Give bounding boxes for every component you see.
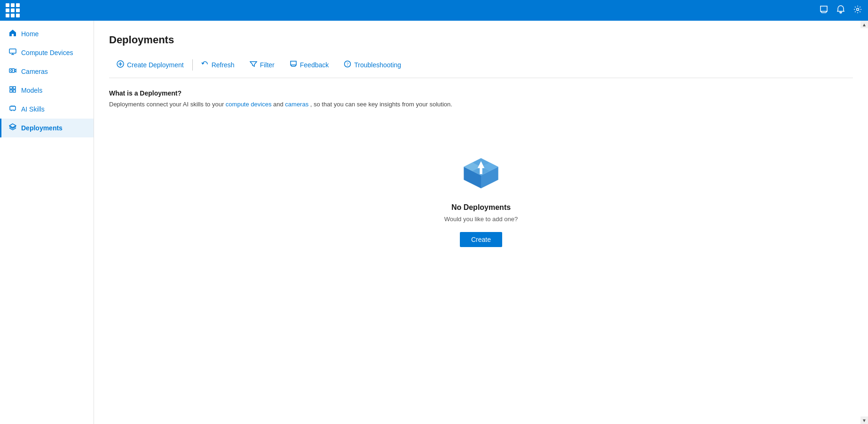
refresh-button[interactable]: Refresh	[194, 57, 242, 72]
sidebar-item-ai-skills[interactable]: AI Skills	[0, 100, 94, 119]
empty-state-title: No Deployments	[451, 203, 511, 212]
svg-rect-8	[10, 90, 12, 92]
deployment-box-illustration	[455, 143, 507, 195]
layout: Home Compute Devices Cameras Models AI S…	[0, 21, 868, 424]
topbar	[0, 0, 868, 21]
svg-rect-1	[9, 49, 16, 53]
info-section: What is a Deployment? Deployments connec…	[109, 89, 853, 109]
create-deployment-label: Create Deployment	[127, 61, 184, 69]
compute-devices-icon	[9, 48, 16, 57]
sidebar-item-compute-devices[interactable]: Compute Devices	[0, 43, 94, 62]
info-description: Deployments connect your AI skills to yo…	[109, 100, 853, 109]
topbar-left	[6, 3, 20, 17]
empty-state-subtitle: Would you like to add one?	[444, 216, 518, 223]
svg-rect-4	[9, 69, 15, 72]
create-deployment-button[interactable]: Create Deployment	[109, 57, 191, 72]
refresh-label: Refresh	[212, 61, 235, 69]
feedback-button[interactable]: Feedback	[282, 57, 336, 72]
models-icon	[9, 86, 16, 95]
troubleshooting-label: Troubleshooting	[354, 61, 401, 69]
scroll-arrow-bottom[interactable]: ▼	[860, 416, 868, 424]
troubleshooting-button[interactable]: ? Troubleshooting	[336, 57, 409, 72]
notifications-icon[interactable]	[836, 5, 845, 16]
sidebar-item-cameras[interactable]: Cameras	[0, 62, 94, 81]
sidebar-item-home-label: Home	[21, 30, 39, 38]
sidebar-item-models[interactable]: Models	[0, 81, 94, 100]
feedback-label: Feedback	[300, 61, 329, 69]
filter-icon	[250, 60, 257, 69]
refresh-icon	[201, 60, 209, 69]
svg-point-0	[857, 8, 859, 10]
info-title: What is a Deployment?	[109, 89, 853, 97]
ai-skills-icon	[9, 104, 16, 114]
empty-state: No Deployments Would you like to add one…	[109, 124, 853, 266]
toolbar-divider-1	[192, 59, 193, 71]
topbar-right	[819, 5, 862, 16]
sidebar-item-compute-devices-label: Compute Devices	[21, 49, 73, 56]
home-icon	[9, 29, 16, 39]
settings-icon[interactable]	[853, 5, 862, 16]
svg-rect-2	[11, 54, 14, 55]
troubleshooting-icon: ?	[344, 60, 351, 69]
scroll-arrow-top[interactable]: ▲	[860, 21, 868, 28]
sidebar-item-home[interactable]: Home	[0, 24, 94, 43]
svg-rect-9	[13, 90, 16, 92]
create-deployment-icon	[117, 60, 124, 69]
sidebar-item-deployments-label: Deployments	[21, 124, 63, 132]
feedback-toolbar-icon	[290, 60, 297, 69]
sidebar-item-deployments[interactable]: Deployments	[0, 119, 94, 137]
deployments-icon	[9, 123, 16, 133]
sidebar-item-ai-skills-label: AI Skills	[21, 105, 45, 113]
svg-rect-6	[10, 87, 12, 89]
svg-text:?: ?	[347, 62, 349, 67]
svg-rect-10	[10, 106, 16, 110]
filter-label: Filter	[260, 61, 275, 69]
feedback-icon[interactable]	[819, 5, 829, 16]
toolbar: Create Deployment Refresh Filter Feedbac	[109, 57, 853, 78]
app-launcher-icon[interactable]	[6, 3, 20, 17]
sidebar-item-cameras-label: Cameras	[21, 68, 48, 75]
svg-point-5	[11, 70, 13, 72]
main-content: Deployments Create Deployment Refresh	[94, 21, 868, 424]
sidebar-item-models-label: Models	[21, 87, 42, 94]
filter-button[interactable]: Filter	[242, 57, 282, 72]
create-button[interactable]: Create	[460, 232, 502, 247]
page-title: Deployments	[109, 34, 853, 46]
sidebar: Home Compute Devices Cameras Models AI S…	[0, 21, 94, 424]
cameras-link[interactable]: cameras	[285, 101, 308, 108]
compute-devices-link[interactable]: compute devices	[226, 101, 272, 108]
cameras-icon	[9, 67, 16, 76]
svg-rect-7	[13, 87, 16, 89]
